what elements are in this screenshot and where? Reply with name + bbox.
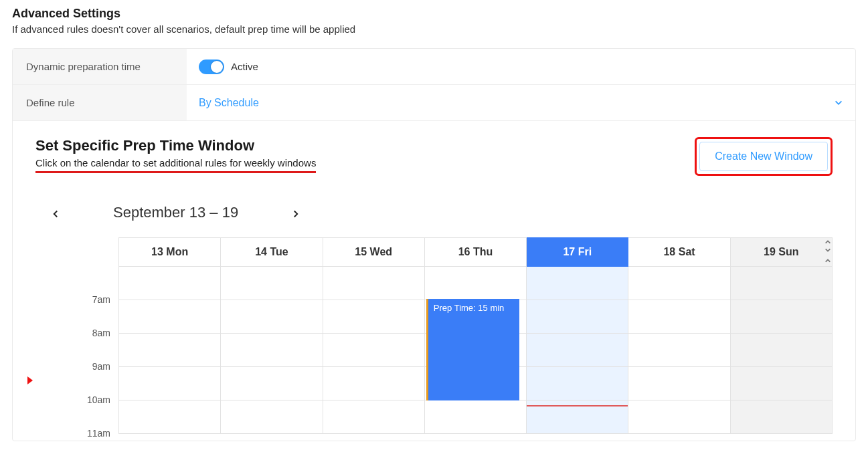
time-label: 8am — [35, 305, 118, 338]
create-new-window-button[interactable]: Create New Window — [699, 142, 828, 171]
day-col-thu[interactable]: Prep Time: 15 min — [425, 267, 527, 434]
day-header-thu[interactable]: 16 Thu — [425, 237, 527, 267]
day-col-wed[interactable] — [323, 267, 425, 434]
day-header-mon[interactable]: 13 Mon — [119, 237, 221, 267]
dynamic-prep-value: Active — [187, 49, 855, 84]
time-label: 7am — [35, 271, 118, 305]
day-col-sat[interactable] — [628, 267, 730, 434]
scroll-down-icon[interactable] — [824, 247, 831, 253]
now-line — [527, 405, 628, 406]
prep-time-event[interactable]: Prep Time: 15 min — [426, 299, 519, 400]
advanced-settings-subtitle: If advanced rules doesn't cover all scen… — [12, 23, 856, 35]
current-time-indicator-icon — [27, 376, 33, 384]
day-col-sun[interactable] — [731, 267, 833, 434]
advanced-settings-heading: Advanced Settings — [12, 7, 856, 21]
time-axis: 7am 8am 9am 10am 11am — [35, 237, 118, 434]
day-header-sun[interactable]: 19 Sun — [731, 237, 833, 267]
section-title: Set Specific Prep Time Window — [35, 137, 316, 154]
calendar-grid[interactable]: 7am 8am 9am 10am 11am 13 Mon 14 Tue 15 W… — [35, 237, 833, 434]
next-week-button[interactable] — [292, 209, 300, 217]
time-label: 9am — [35, 338, 118, 372]
dynamic-prep-row: Dynamic preparation time Active — [13, 49, 855, 85]
prev-week-button[interactable] — [52, 209, 60, 217]
day-col-fri-today[interactable] — [527, 267, 628, 434]
day-header-sat[interactable]: 18 Sat — [628, 237, 730, 267]
scroll-up-icon[interactable] — [824, 257, 831, 264]
day-header-row: 13 Mon 14 Tue 15 Wed 16 Thu 17 Fri 18 Sa… — [118, 237, 833, 267]
day-col-mon[interactable] — [118, 267, 221, 434]
dynamic-prep-toggle[interactable] — [199, 60, 224, 74]
prep-window-section: Set Specific Prep Time Window Click on t… — [13, 121, 855, 441]
day-header-wed[interactable]: 15 Wed — [323, 237, 425, 267]
calendar-body[interactable]: Prep Time: 15 min — [118, 267, 833, 434]
define-rule-value: By Schedule — [199, 97, 259, 109]
dynamic-prep-label: Dynamic preparation time — [13, 49, 187, 84]
time-label: 10am — [35, 372, 118, 405]
day-header-tue[interactable]: 14 Tue — [221, 237, 323, 267]
calendar-scrollbar[interactable] — [822, 237, 834, 434]
chevron-down-icon — [834, 98, 843, 108]
settings-panel: Dynamic preparation time Active Define r… — [12, 48, 856, 441]
scroll-up-icon[interactable] — [824, 239, 831, 245]
calendar-date-range: September 13 – 19 — [113, 204, 238, 221]
dynamic-prep-status: Active — [231, 61, 258, 72]
create-window-highlight: Create New Window — [695, 137, 833, 176]
define-rule-row[interactable]: Define rule By Schedule — [13, 85, 855, 121]
day-col-tue[interactable] — [221, 267, 323, 434]
time-label: 11am — [35, 405, 118, 439]
day-header-fri-today[interactable]: 17 Fri — [527, 237, 628, 267]
section-subtitle: Click on the calendar to set additional … — [35, 157, 316, 173]
calendar-nav: September 13 – 19 — [35, 204, 833, 221]
define-rule-label: Define rule — [13, 85, 187, 120]
